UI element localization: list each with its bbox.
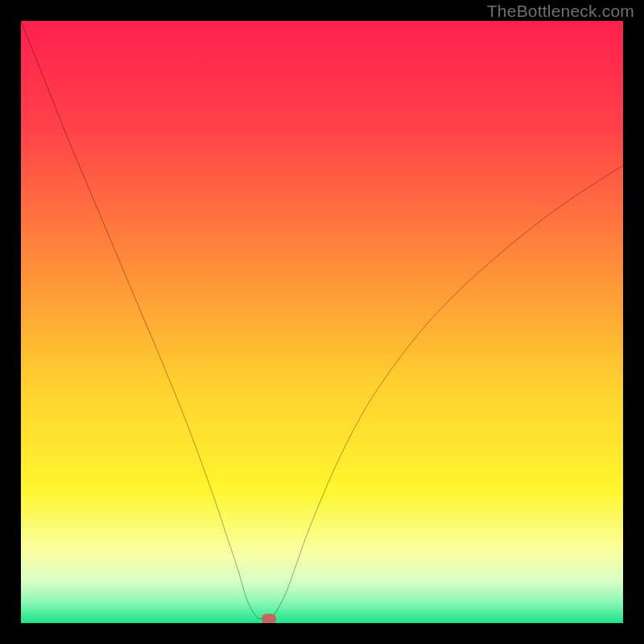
optimal-marker	[262, 613, 276, 623]
chart-frame: TheBottleneck.com	[0, 0, 644, 644]
bottleneck-curve	[21, 21, 623, 623]
watermark-text: TheBottleneck.com	[487, 2, 634, 21]
plot-area	[21, 21, 623, 623]
